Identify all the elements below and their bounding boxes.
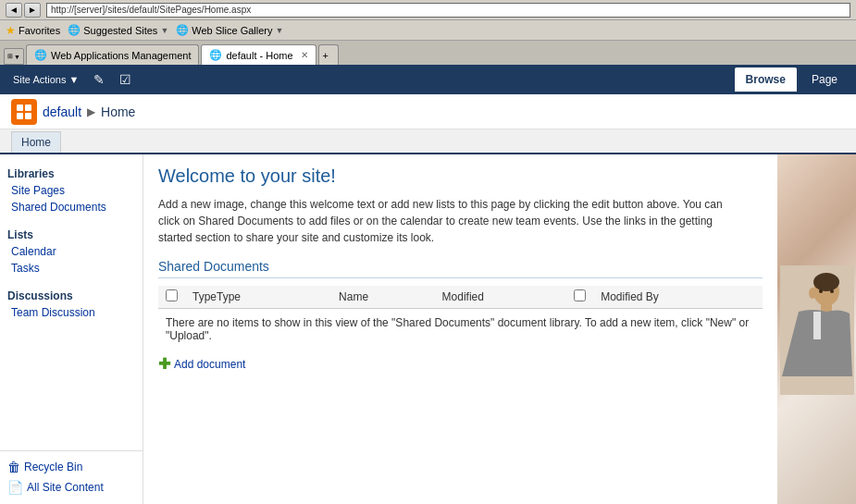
lists-section-title: Lists: [0, 223, 143, 243]
svg-point-6: [813, 273, 839, 291]
documents-table: TypeType Name Modified Modified By: [158, 286, 763, 309]
check-button[interactable]: ☑: [114, 68, 137, 91]
ie-icon-tab1: 🌐: [34, 49, 47, 61]
libraries-section-title: Libraries: [0, 162, 143, 182]
side-image: [777, 154, 856, 504]
close-icon[interactable]: ✕: [301, 50, 308, 60]
col-modified: Modified: [435, 286, 567, 309]
home-tab-bar: Home: [0, 129, 856, 154]
add-document-link[interactable]: ✚ Add document: [158, 350, 763, 378]
svg-rect-3: [25, 113, 31, 119]
sidebar-item-team-discussion[interactable]: Team Discussion: [0, 304, 143, 321]
webslice-label: Web Slice Gallery: [192, 25, 272, 36]
sidebar: Libraries Site Pages Shared Documents Li…: [0, 154, 143, 504]
all-content-label: All Site Content: [27, 481, 104, 494]
edit-icon: ✎: [93, 72, 105, 87]
svg-point-10: [809, 288, 816, 299]
favorites-bar: ★ Favorites 🌐 Suggested Sites ▼ 🌐 Web Sl…: [0, 20, 856, 41]
new-tab-button[interactable]: ⊞ ▼: [4, 48, 24, 65]
empty-table-message: There are no items to show in this view …: [158, 309, 763, 350]
svg-point-8: [819, 289, 823, 293]
sidebar-item-site-pages[interactable]: Site Pages: [0, 182, 143, 199]
sp-tab-page-label: Page: [812, 73, 837, 86]
svg-point-9: [830, 289, 834, 293]
svg-rect-2: [17, 113, 23, 119]
address-bar[interactable]: [46, 3, 850, 18]
tab-web-applications[interactable]: 🌐 Web Applications Management: [26, 44, 199, 65]
home-tab-label: Home: [21, 136, 51, 149]
welcome-title: Welcome to your site!: [158, 166, 763, 187]
col-name: Name: [331, 286, 435, 309]
tab-label-1: default - Home: [226, 50, 292, 61]
sidebar-item-shared-documents[interactable]: Shared Documents: [0, 199, 143, 215]
sp-tab-browse-label: Browse: [746, 73, 786, 86]
sidebar-item-calendar[interactable]: Calendar: [0, 243, 143, 260]
all-site-content-link[interactable]: 📄 All Site Content: [7, 477, 135, 498]
breadcrumb-bar: default ▶ Home: [0, 94, 856, 129]
all-content-icon: 📄: [7, 480, 23, 495]
chevron-down-icon: ▼: [160, 26, 168, 35]
col-modified-by-checkbox: [566, 286, 593, 309]
sp-tab-browse[interactable]: Browse: [735, 68, 797, 92]
select-all-checkbox[interactable]: [166, 289, 178, 301]
suggested-sites-button[interactable]: 🌐 Suggested Sites ▼: [68, 24, 168, 36]
breadcrumb-site[interactable]: default: [43, 104, 81, 119]
add-tab-button[interactable]: +: [318, 44, 339, 65]
welcome-desc: Add a new image, change this welcome tex…: [158, 196, 741, 246]
chevron-down-icon-webslice: ▼: [276, 26, 284, 35]
recycle-bin-link[interactable]: 🗑 Recycle Bin: [7, 457, 135, 477]
content-area: Welcome to your site! Add a new image, c…: [143, 154, 777, 504]
breadcrumb-page: Home: [101, 104, 135, 119]
ie-icon-webslice: 🌐: [176, 24, 189, 36]
shared-docs-section-title: Shared Documents: [158, 259, 763, 278]
modified-by-checkbox[interactable]: [574, 289, 586, 301]
favorites-label: Favorites: [19, 25, 60, 36]
tab-bar: ⊞ ▼ 🌐 Web Applications Management 🌐 defa…: [0, 41, 856, 65]
sp-tab-page[interactable]: Page: [800, 68, 849, 92]
recycle-bin-label: Recycle Bin: [24, 461, 82, 473]
browser-toolbar: ◄ ►: [0, 0, 856, 20]
site-actions-button[interactable]: Site Actions ▼: [7, 70, 84, 89]
tab-default-home[interactable]: 🌐 default - Home ✕: [201, 44, 316, 65]
home-tab[interactable]: Home: [11, 131, 61, 153]
webslice-button[interactable]: 🌐 Web Slice Gallery ▼: [176, 24, 283, 36]
breadcrumb-separator: ▶: [87, 105, 95, 118]
svg-rect-7: [821, 302, 832, 312]
add-icon: ✚: [158, 355, 170, 373]
site-actions-label: Site Actions: [13, 74, 66, 85]
chevron-down-icon-site: ▼: [68, 74, 79, 85]
svg-rect-0: [17, 104, 23, 111]
main-layout: Libraries Site Pages Shared Documents Li…: [0, 154, 856, 504]
ie-icon-tab2: 🌐: [209, 49, 222, 61]
add-doc-label: Add document: [174, 358, 245, 371]
tab-label-0: Web Applications Management: [51, 50, 191, 61]
sp-toolbar: Site Actions ▼ ✎ ☑ Browse Page: [0, 65, 856, 94]
sp-logo: [11, 99, 37, 125]
forward-button[interactable]: ►: [24, 3, 41, 18]
svg-rect-1: [25, 104, 31, 111]
col-checkbox: [158, 286, 185, 309]
col-modified-by: Modified By: [593, 286, 763, 309]
check-icon: ☑: [119, 72, 131, 87]
col-type: TypeType: [185, 286, 331, 309]
back-button[interactable]: ◄: [6, 3, 22, 18]
recycle-bin-icon: 🗑: [7, 460, 20, 474]
discussions-section-title: Discussions: [0, 284, 143, 304]
empty-msg-text: There are no items to show in this view …: [166, 316, 749, 342]
suggested-label: Suggested Sites: [83, 25, 157, 36]
edit-page-icon-button[interactable]: ✎: [88, 68, 110, 91]
favorites-button[interactable]: ★ Favorites: [6, 24, 60, 37]
sidebar-item-tasks[interactable]: Tasks: [0, 260, 143, 277]
ie-icon-suggested: 🌐: [68, 24, 81, 36]
star-icon: ★: [6, 24, 16, 37]
